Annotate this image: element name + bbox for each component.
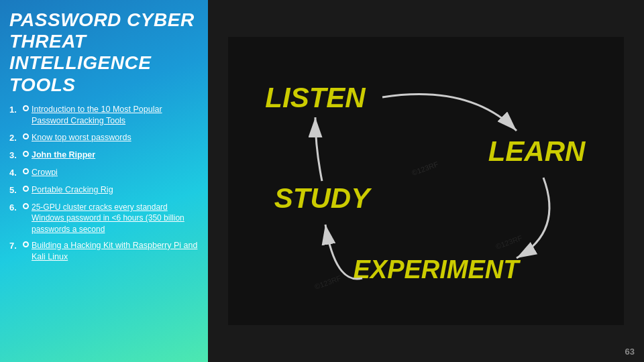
- nav-item-2[interactable]: 2.Know top worst passwords: [9, 132, 200, 144]
- nav-text-3[interactable]: John the Ripper: [32, 149, 95, 161]
- nav-item-4[interactable]: 4.Crowpi: [9, 167, 200, 179]
- nav-item-5[interactable]: 5.Portable Cracking Rig: [9, 184, 200, 196]
- nav-number-4: 4.: [9, 167, 21, 179]
- nav-item-7[interactable]: 7.Building a Hacking Kit with Raspberry …: [9, 240, 200, 263]
- nav-item-3[interactable]: 3.John the Ripper: [9, 149, 200, 162]
- chalkboard-content: LISTEN LEARN EXPERIMENT STUDY: [228, 37, 624, 325]
- nav-number-3: 3.: [9, 149, 21, 162]
- chalkboard-image: LISTEN LEARN EXPERIMENT STUDY: [208, 0, 644, 362]
- nav-number-5: 5.: [9, 184, 21, 196]
- svg-text:STUDY: STUDY: [274, 182, 372, 214]
- nav-text-5[interactable]: Portable Cracking Rig: [32, 184, 113, 196]
- nav-text-1[interactable]: Introduction to the 10 Most Popular Pass…: [32, 104, 200, 127]
- nav-text-2[interactable]: Know top worst passwords: [32, 132, 131, 143]
- nav-number-7: 7.: [9, 240, 21, 252]
- nav-bullet-4: [23, 168, 29, 174]
- nav-item-1[interactable]: 1.Introduction to the 10 Most Popular Pa…: [9, 104, 200, 127]
- left-panel: PASSWORD CYBER THREAT INTELLIGENCE TOOLS…: [0, 0, 208, 362]
- slide-title: PASSWORD CYBER THREAT INTELLIGENCE TOOLS: [9, 9, 200, 96]
- page-number: 63: [625, 347, 635, 357]
- nav-bullet-5: [23, 186, 29, 192]
- svg-text:LEARN: LEARN: [488, 135, 586, 167]
- svg-text:LISTEN: LISTEN: [265, 82, 366, 113]
- nav-number-1: 1.: [9, 104, 21, 116]
- nav-bullet-7: [23, 241, 29, 247]
- nav-list: 1.Introduction to the 10 Most Popular Pa…: [9, 104, 200, 268]
- nav-text-7[interactable]: Building a Hacking Kit with Raspberry Pi…: [32, 240, 200, 263]
- nav-bullet-6: [23, 203, 29, 209]
- nav-text-4[interactable]: Crowpi: [32, 167, 58, 178]
- nav-number-2: 2.: [9, 132, 21, 144]
- right-panel: LISTEN LEARN EXPERIMENT STUDY: [208, 0, 644, 362]
- nav-bullet-2: [23, 133, 29, 139]
- diagram: LISTEN LEARN EXPERIMENT STUDY: [228, 37, 624, 325]
- nav-text-6[interactable]: 25-GPU cluster cracks every standard Win…: [32, 202, 200, 235]
- nav-number-6: 6.: [9, 202, 21, 214]
- nav-bullet-1: [23, 105, 29, 111]
- nav-bullet-3: [23, 151, 29, 157]
- nav-item-6[interactable]: 6.25-GPU cluster cracks every standard W…: [9, 202, 200, 235]
- svg-text:EXPERIMENT: EXPERIMENT: [353, 255, 521, 284]
